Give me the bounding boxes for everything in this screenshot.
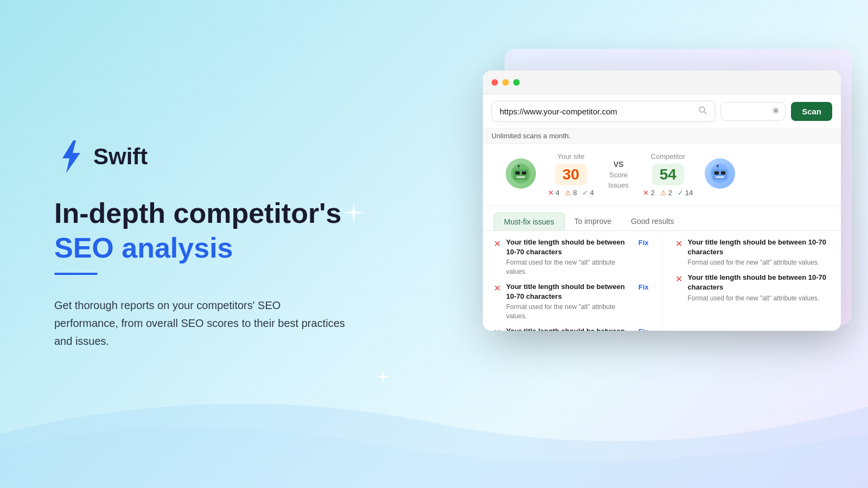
your-site-score: 30 — [555, 164, 587, 185]
issue-error-icon: ✕ — [494, 239, 501, 249]
your-site-label: Your site — [557, 152, 584, 160]
competitor-label: Competitor — [651, 152, 686, 160]
clear-button[interactable] — [772, 107, 780, 116]
your-warnings: ⚠ 8 — [565, 189, 577, 197]
your-site-avatar — [494, 158, 548, 191]
left-panel: Swift In-depth competitor's SEO analysis… — [33, 0, 369, 488]
tabs-row: Must-fix issues To improve Good results — [483, 206, 841, 231]
svg-marker-0 — [62, 140, 80, 173]
svg-point-19 — [717, 165, 719, 167]
svg-rect-14 — [712, 169, 727, 180]
unlimited-scans-text: Unlimited scans a month. — [483, 129, 841, 144]
headline-line1: In-depth competitor's — [54, 197, 347, 230]
competitor-issue-desc-1: Format used for the new "alt" attribute … — [688, 258, 831, 267]
logo-icon — [54, 138, 87, 176]
your-site-issues-column: ✕ Your title length should be between 10… — [494, 237, 649, 331]
issue-desc-2: Format used for the new "alt" attribute … — [506, 303, 633, 321]
issue-title: Your title length should be between 10-7… — [506, 237, 633, 257]
competitor-issue-text-1: Your title length should be between 10-7… — [688, 237, 831, 267]
search-icon — [698, 106, 707, 117]
competitor-avatar — [693, 158, 747, 191]
competitor-issue-desc-2: Format used for the new "alt" attribute … — [688, 294, 831, 303]
svg-rect-7 — [513, 169, 528, 180]
your-issues-row: ✕ 4 ⚠ 8 ✓ 4 — [548, 189, 594, 197]
headline: In-depth competitor's SEO analysis — [54, 197, 347, 273]
your-passed: ✓ 4 — [582, 189, 593, 197]
competitor-score: 54 — [652, 164, 684, 185]
score-label-text: Score — [609, 171, 628, 179]
competitor-check-icon: ✓ — [678, 189, 684, 197]
scan-button[interactable]: Scan — [791, 102, 832, 121]
issue-text-block-2: Your title length should be between 10-7… — [506, 282, 633, 321]
competitor-issues-column: ✕ Your title length should be between 10… — [675, 237, 831, 331]
issue-error-icon-2: ✕ — [494, 283, 501, 293]
svg-rect-17 — [716, 176, 724, 178]
tab-to-improve[interactable]: To improve — [565, 213, 621, 230]
browser-window: https://www.your-competitor.com — [483, 70, 841, 331]
competitor-warnings: ⚠ 2 — [660, 189, 672, 197]
svg-rect-15 — [714, 171, 719, 175]
score-section: Your site 30 ✕ 4 ⚠ 8 ✓ 4 — [483, 144, 841, 206]
your-site-score-block: Your site 30 ✕ 4 ⚠ 8 ✓ 4 — [548, 152, 594, 197]
issue-item: ✕ Your title length should be between 10… — [494, 237, 649, 277]
fix-button[interactable]: Fix — [639, 239, 649, 247]
traffic-light-red[interactable] — [492, 79, 498, 86]
your-site-robot — [506, 158, 536, 189]
your-errors: ✕ 4 — [548, 189, 559, 197]
svg-rect-8 — [515, 171, 520, 175]
competitor-robot — [705, 158, 735, 189]
issue-item: ✕ Your title length should be between Fi… — [494, 326, 649, 331]
competitor-issues-row: ✕ 2 ⚠ 2 ✓ 14 — [643, 189, 693, 197]
competitor-issue-title-1: Your title length should be between 10-7… — [688, 237, 831, 257]
competitor-issue-error-icon-2: ✕ — [675, 274, 682, 284]
traffic-light-green[interactable] — [513, 79, 520, 86]
competitor-warning-icon: ⚠ — [660, 189, 667, 197]
fix-button-2[interactable]: Fix — [639, 283, 649, 291]
issue-error-icon-3: ✕ — [494, 328, 501, 331]
svg-rect-10 — [516, 176, 525, 178]
competitor-error-icon: ✕ — [643, 189, 649, 197]
issue-text-block: Your title length should be between 10-7… — [506, 237, 633, 277]
issue-title-3: Your title length should be between — [506, 326, 633, 331]
url-input-text: https://www.your-competitor.com — [500, 107, 698, 116]
competitor-issue-item-2: ✕ Your title length should be between 10… — [675, 273, 831, 303]
url-input-wrapper[interactable]: https://www.your-competitor.com — [492, 101, 715, 121]
competitor-issue-error-icon-1: ✕ — [675, 239, 682, 249]
logo-area: Swift — [54, 138, 347, 176]
issue-item: ✕ Your title length should be between 10… — [494, 282, 649, 321]
browser-content: https://www.your-competitor.com — [483, 94, 841, 331]
browser-titlebar — [483, 70, 841, 94]
app-description: Get thorough reports on your competitors… — [54, 297, 347, 350]
competitor-issue-text-2: Your title length should be between 10-7… — [688, 273, 831, 303]
fix-button-3[interactable]: Fix — [639, 328, 649, 331]
tab-must-fix[interactable]: Must-fix issues — [494, 213, 565, 230]
competitor-issue-title-2: Your title length should be between 10-7… — [688, 273, 831, 292]
competitor-score-block: Competitor 54 ✕ 2 ⚠ 2 ✓ 14 — [643, 152, 693, 197]
issues-label-text: Issues — [608, 181, 629, 189]
issue-desc: Format used for the new "alt" attribute … — [506, 258, 633, 277]
svg-rect-16 — [721, 171, 725, 175]
svg-point-12 — [518, 165, 520, 167]
competitor-issue-item-1: ✕ Your title length should be between 10… — [675, 237, 831, 267]
vs-label: VS — [605, 160, 633, 169]
headline-line2: SEO analysis — [54, 232, 347, 265]
svg-line-2 — [704, 112, 706, 114]
second-input-wrapper[interactable] — [720, 102, 786, 121]
right-panel: https://www.your-competitor.com — [380, 0, 868, 488]
issues-list: ✕ Your title length should be between 10… — [483, 231, 841, 331]
issue-text-block-3: Your title length should be between — [506, 326, 633, 331]
vs-divider: VS Score Issues — [594, 160, 643, 189]
issues-divider — [662, 237, 662, 331]
competitor-passed: ✓ 14 — [678, 189, 693, 197]
warning-icon: ⚠ — [565, 189, 571, 197]
tab-good-results[interactable]: Good results — [621, 213, 684, 230]
svg-rect-9 — [522, 171, 526, 175]
issue-title-2: Your title length should be between 10-7… — [506, 282, 633, 301]
check-icon: ✓ — [582, 189, 588, 197]
headline-underline — [54, 273, 98, 275]
url-bar-area: https://www.your-competitor.com — [483, 94, 841, 129]
competitor-errors: ✕ 2 — [643, 189, 654, 197]
traffic-light-yellow[interactable] — [502, 79, 509, 86]
error-icon: ✕ — [548, 189, 554, 197]
logo-text: Swift — [93, 144, 148, 170]
